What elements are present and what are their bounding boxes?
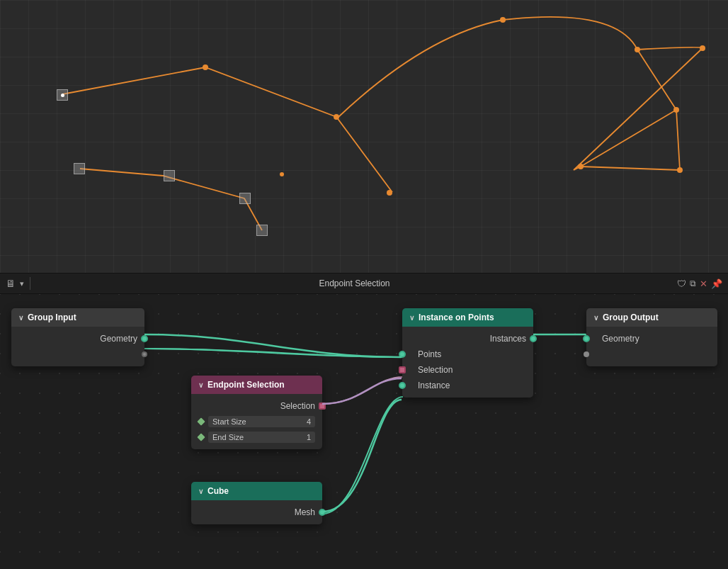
socket-row-gray	[586, 347, 717, 362]
svg-point-4	[635, 47, 640, 52]
socket-mesh-out[interactable]	[319, 509, 326, 516]
socket-points-in[interactable]	[399, 351, 406, 358]
chevron-icon: ∨	[593, 314, 598, 322]
socket-points-label: Points	[418, 349, 441, 359]
svg-point-1	[334, 114, 339, 120]
socket-instances-out[interactable]	[530, 335, 537, 342]
field-row-end-size: End Size 1	[191, 429, 322, 445]
socket-selection-in[interactable]	[399, 366, 406, 373]
socket-row-geo-in: Geometry	[586, 331, 717, 347]
node-group-output-title: Group Output	[603, 312, 659, 322]
field-diamond-end	[197, 433, 205, 441]
svg-point-9	[280, 172, 284, 176]
field-row-start-size: Start Size 4	[191, 414, 322, 429]
node-group-input-title: Group Input	[28, 312, 76, 322]
socket-row-geometry-in: Geometry	[11, 331, 144, 347]
end-size-label: End Size	[212, 433, 244, 441]
pin-icon[interactable]: 📌	[711, 278, 722, 289]
control-square-4[interactable]	[239, 193, 251, 204]
node-cube[interactable]: ∨ Cube Mesh	[191, 482, 322, 524]
close-icon[interactable]: ✕	[700, 278, 707, 289]
node-editor[interactable]: ∨ Group Input Geometry ∨ Instance on Poi…	[0, 294, 728, 569]
node-endpoint-selection-header: ∨ Endpoint Selection	[191, 376, 322, 394]
socket-geometry-out[interactable]	[141, 335, 148, 342]
svg-point-8	[700, 45, 705, 51]
dropdown-arrow[interactable]: ▾	[20, 279, 24, 288]
start-size-input[interactable]: Start Size 4	[208, 416, 315, 427]
node-group-input-header: ∨ Group Input	[11, 308, 144, 327]
field-diamond-start	[197, 417, 205, 425]
socket-selection-label: Selection	[418, 365, 453, 375]
node-group-input-body: Geometry	[11, 327, 144, 366]
chevron-icon: ∨	[18, 314, 23, 322]
end-size-value: 1	[307, 433, 311, 441]
copy-icon[interactable]: ⧉	[690, 278, 696, 288]
control-square-2[interactable]	[74, 163, 85, 174]
socket-selection-out[interactable]	[319, 402, 326, 410]
socket-instance-in[interactable]	[399, 382, 406, 389]
socket-row-points: Points	[402, 347, 533, 362]
node-group-output-header: ∨ Group Output	[586, 308, 717, 327]
3d-viewport[interactable]	[0, 0, 728, 273]
svg-point-0	[203, 64, 208, 70]
node-name-label: Endpoint Selection	[36, 278, 673, 288]
mode-icon[interactable]: 🖥	[6, 278, 16, 289]
socket-geometry-in[interactable]	[583, 335, 590, 342]
socket-selection-out-label: Selection	[280, 401, 315, 411]
chevron-icon: ∨	[198, 488, 203, 495]
node-endpoint-selection-body: Selection Start Size 4 End Size 1	[191, 394, 322, 449]
svg-point-5	[673, 107, 679, 113]
socket-instances-label: Instances	[490, 334, 526, 344]
node-group-output[interactable]: ∨ Group Output Geometry	[586, 308, 717, 366]
node-instance-on-points-title: Instance on Points	[419, 312, 494, 322]
node-cube-title: Cube	[207, 486, 229, 496]
node-group-output-body: Geometry	[586, 327, 717, 366]
control-square-5[interactable]	[256, 225, 268, 236]
node-cube-body: Mesh	[191, 500, 322, 524]
node-instance-on-points-header: ∨ Instance on Points	[402, 308, 533, 327]
socket-geometry-in-label: Geometry	[602, 334, 639, 344]
chevron-icon: ∨	[198, 381, 203, 389]
chevron-icon: ∨	[409, 314, 414, 322]
separator-1	[30, 277, 30, 290]
node-endpoint-selection[interactable]: ∨ Endpoint Selection Selection Start Siz…	[191, 376, 322, 449]
node-instance-on-points-body: Instances Points Selection Instance	[402, 327, 533, 398]
svg-point-7	[578, 164, 584, 169]
socket-row-instance: Instance	[402, 378, 533, 393]
end-size-input[interactable]: End Size 1	[208, 432, 315, 443]
start-size-value: 4	[307, 417, 311, 426]
socket-row-selection: Selection	[402, 362, 533, 378]
start-size-label: Start Size	[212, 417, 246, 426]
node-group-input[interactable]: ∨ Group Input Geometry	[11, 308, 144, 366]
node-cube-header: ∨ Cube	[191, 482, 322, 500]
socket-row-mesh-out: Mesh	[191, 505, 322, 520]
toolbar: 🖥 ▾ Endpoint Selection 🛡 ⧉ ✕ 📌	[0, 273, 728, 294]
control-square-1[interactable]	[57, 89, 68, 101]
socket-geometry-label: Geometry	[100, 334, 137, 344]
node-instance-on-points[interactable]: ∨ Instance on Points Instances Points Se…	[402, 308, 533, 398]
socket-gray-out[interactable]	[584, 351, 589, 357]
node-endpoint-selection-title: Endpoint Selection	[207, 380, 285, 390]
svg-point-3	[500, 17, 506, 23]
toolbar-actions: 🛡 ⧉ ✕ 📌	[677, 278, 722, 289]
socket-row-empty	[11, 347, 144, 362]
socket-gray-out[interactable]	[142, 351, 147, 357]
socket-mesh-label: Mesh	[295, 507, 315, 517]
svg-point-6	[677, 167, 683, 173]
socket-instance-label: Instance	[418, 381, 450, 390]
shield-icon[interactable]: 🛡	[677, 278, 686, 289]
socket-row-instances: Instances	[402, 331, 533, 347]
control-square-3[interactable]	[164, 170, 175, 181]
svg-point-2	[387, 190, 392, 196]
socket-row-selection-out: Selection	[191, 398, 322, 414]
